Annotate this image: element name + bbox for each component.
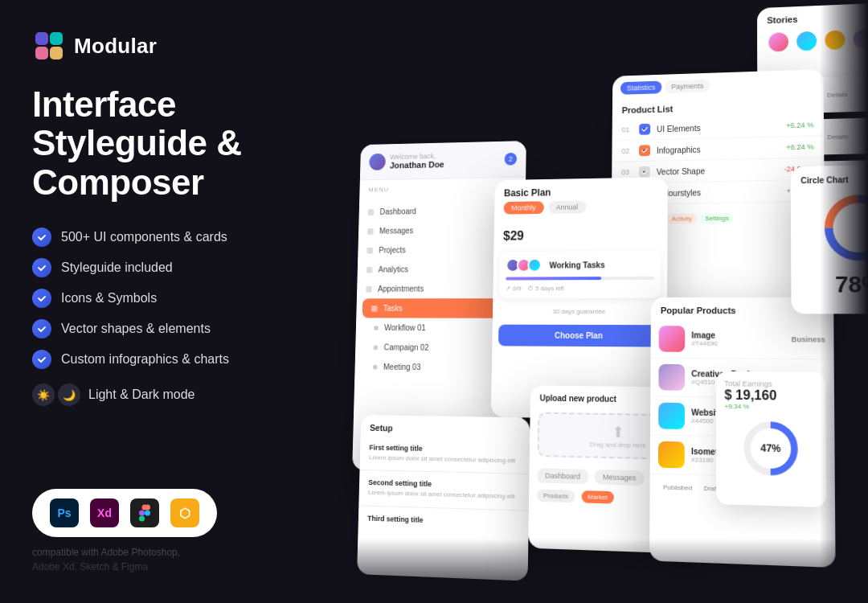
tab-payments[interactable]: Payments	[665, 80, 710, 93]
avatar-2	[795, 30, 818, 53]
setup-item-2: Second setting title Lorem ipsum dolor s…	[358, 472, 529, 508]
detail-label-1: Details	[827, 90, 866, 98]
left-panel: Modular Interface Styleguide & Composer …	[0, 0, 338, 603]
svg-text:47%: 47%	[760, 443, 780, 454]
tasks-progress-fill	[506, 277, 601, 280]
feature-text-4: Vector shapes & elements	[61, 322, 211, 336]
dashboard-header: Welcome back, Jonathan Doe 2	[360, 141, 526, 180]
popular-price-1: Business	[792, 335, 825, 344]
compat-section: Ps Xd ⬡ compatible with Adobe Photoshop,…	[32, 489, 217, 574]
products-mini-tab[interactable]: Products	[537, 490, 575, 503]
headline-line1: Interface	[32, 85, 305, 124]
market-mini-tab[interactable]: Market	[581, 490, 614, 504]
earnings-amount: $ 19,160	[724, 388, 817, 404]
svg-rect-2	[35, 47, 48, 59]
chart-value: 78%	[801, 271, 868, 297]
menu-icon-tasks	[371, 306, 378, 312]
svg-point-6	[145, 511, 150, 516]
svg-point-8	[145, 505, 150, 511]
dark-mode-feature: ☀️ 🌙 Light & Dark mode	[32, 384, 305, 406]
plan-card: Basic Plan Monthly Annual $29 Working Ta…	[491, 177, 668, 420]
setup-items: First setting title Lorem ipsum dolor si…	[358, 437, 530, 536]
product-name-2: Infographics	[657, 143, 780, 154]
avatar-3	[823, 28, 846, 51]
product-name-1: UI Elements	[657, 121, 780, 133]
popular-thumb-1	[659, 326, 686, 352]
plan-price: $29	[493, 219, 667, 246]
circle-chart-card: Circle Chart 78%	[791, 164, 868, 314]
photoshop-icon: Ps	[50, 498, 79, 527]
messages-mini-btn[interactable]: Messages	[595, 470, 645, 486]
tab-annual[interactable]: Annual	[548, 201, 586, 214]
menu-icon-analytics	[366, 266, 373, 273]
figma-icon	[130, 498, 159, 527]
choose-plan-button[interactable]: Choose Plan	[498, 325, 661, 347]
headline: Interface Styleguide & Composer	[32, 85, 305, 202]
menu-icon-messages	[367, 228, 374, 235]
product-num-1: 01	[621, 125, 633, 133]
svg-point-5	[139, 511, 145, 516]
setup-desc-2: Lorem ipsum dolor sit amet consectetur a…	[368, 489, 519, 502]
setup-title-3: Third setting title	[367, 514, 519, 527]
working-tasks-widget: Working Tasks ↗ 0/9 ⏱ 5 days left	[499, 251, 661, 298]
setup-title-1: First setting title	[369, 444, 520, 455]
features-list: 500+ UI components & cards Styleguide in…	[32, 228, 305, 406]
popular-item-1: Image #T44690 Business	[651, 320, 834, 359]
product-stat-1: +6.24 %	[786, 121, 814, 129]
avatar-4	[852, 27, 868, 51]
plan-title: Basic Plan	[504, 187, 551, 199]
earnings-donut: 47%	[724, 418, 817, 478]
setup-item-1: First setting title Lorem ipsum dolor si…	[360, 437, 530, 472]
chart-title: Circle Chart	[800, 174, 868, 186]
menu-icon-dashboard	[368, 209, 375, 215]
stories-title: Stories	[767, 10, 868, 25]
check-icon-1	[32, 228, 51, 247]
notif-badge: 2	[505, 153, 518, 166]
earnings-card: Total Earnings $ 19,160 +9.34 % 47%	[716, 371, 826, 507]
svg-rect-0	[35, 32, 48, 45]
product-name-4: Colourstyles	[657, 187, 780, 197]
product-num-3: 03	[621, 168, 633, 176]
product-check-3	[639, 166, 650, 178]
product-check-2	[639, 145, 650, 156]
dashboard-mini-btn[interactable]: Dashboard	[537, 468, 588, 484]
avatar-1	[767, 31, 790, 54]
feature-item-5: Custom infographics & charts	[32, 350, 305, 369]
popular-id-1: #T44690	[691, 340, 717, 347]
product-num-2: 02	[621, 147, 633, 155]
menu-icon-campaign	[373, 345, 378, 350]
popular-thumb-2	[658, 364, 685, 391]
earnings-change: +9.34 %	[724, 403, 817, 412]
detail-label-2: Details	[827, 132, 866, 140]
popular-thumb-4	[658, 441, 685, 469]
popular-nav-published[interactable]: Published	[658, 481, 698, 494]
user-avatar	[369, 154, 386, 170]
feature-text-2: Styleguide included	[61, 260, 173, 275]
tasks-title: Working Tasks	[550, 260, 605, 269]
logo-row: Modular	[32, 29, 305, 63]
mode-icons: ☀️ 🌙	[32, 384, 80, 406]
setup-card: Setup First setting title Lorem ipsum do…	[357, 415, 530, 581]
user-name: Jonathan Doe	[390, 160, 444, 170]
logo-text: Modular	[74, 34, 157, 59]
xd-icon: Xd	[90, 498, 119, 527]
right-panel: Stories Details › Details › Details ›	[311, 0, 868, 603]
headline-line2: Styleguide & Composer	[32, 124, 305, 202]
dark-mode-icon: 🌙	[58, 384, 80, 406]
compat-text: compatible with Adobe Photoshop, Adobe X…	[32, 545, 193, 574]
svg-rect-1	[50, 32, 63, 45]
menu-icon-appointments	[366, 285, 372, 292]
feature-item-1: 500+ UI components & cards	[32, 228, 305, 247]
tasks-progress-bar	[506, 277, 654, 281]
tab-monthly[interactable]: Monthly	[504, 201, 544, 214]
feature-text-1: 500+ UI components & cards	[61, 230, 227, 244]
tag-activity: Activity	[666, 213, 697, 224]
feature-item-4: Vector shapes & elements	[32, 319, 305, 338]
setup-desc-1: Lorem ipsum dolor sit amet consectetur a…	[369, 453, 520, 466]
tab-statistics[interactable]: Statistics	[620, 81, 661, 95]
compat-pill: Ps Xd ⬡	[32, 489, 217, 537]
setup-title: Setup	[361, 415, 530, 441]
feature-item-3: Icons & Symbols	[32, 289, 305, 308]
task-stats: ↗ 0/9 ⏱ 5 days left	[506, 285, 654, 292]
avatars-row	[767, 26, 868, 54]
